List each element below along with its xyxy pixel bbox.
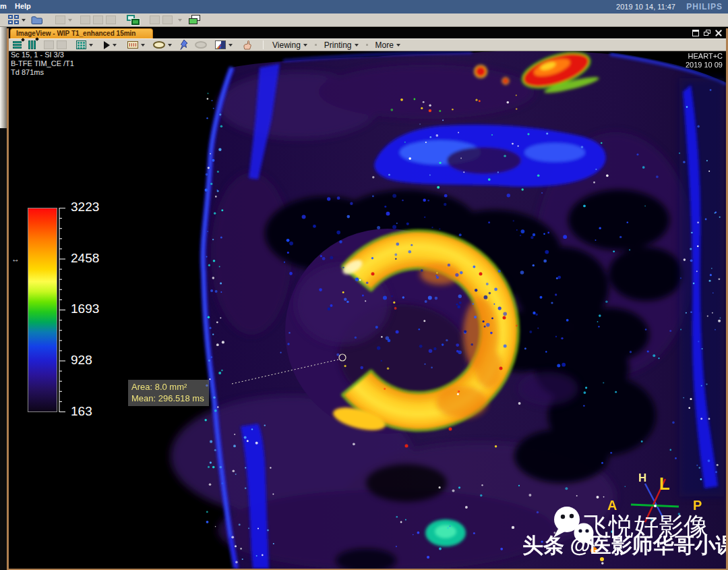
disabled-dropdown-icon [178, 19, 182, 22]
window-level-icon[interactable] [215, 40, 226, 49]
roi-mean-value: Mean: 296.518 ms [131, 393, 204, 404]
windowlevel-dropdown-icon[interactable] [229, 44, 233, 47]
disabled-layout-icon [44, 40, 54, 49]
cascade-icon[interactable] [704, 30, 710, 36]
app-toolbar [0, 13, 728, 27]
layout-dropdown-icon[interactable] [22, 19, 26, 22]
scan-info-top-left: Sc 15, 1 - SI 3/3 B-TFE TIM_CE /T1 Td 87… [11, 51, 74, 77]
colorbar-ruler [58, 208, 69, 413]
orientation-h: H [638, 472, 646, 484]
colorbar-label: 163 [71, 404, 125, 419]
oval-select-icon [195, 41, 207, 49]
menu-item-help[interactable]: Help [15, 2, 31, 10]
ellipse-roi-icon[interactable] [153, 41, 165, 49]
menu-viewing-label: Viewing [272, 40, 301, 50]
protocol-name: HEART+C [686, 52, 723, 61]
pan-hand-icon[interactable] [242, 40, 253, 51]
colorbar-label: 928 [71, 353, 125, 368]
resize-arrow-icon: ↔ [11, 254, 20, 264]
label-dropdown-icon[interactable] [141, 44, 145, 47]
close-icon[interactable] [715, 30, 722, 36]
layout-rows-icon[interactable] [13, 41, 22, 49]
dual-screens-icon[interactable] [127, 15, 140, 26]
disabled-tool-icon [93, 16, 103, 24]
left-panel-strip[interactable] [0, 27, 7, 128]
more-dropdown-icon [396, 44, 400, 47]
text-label-icon[interactable] [127, 41, 138, 49]
colorbar-label: 1693 [71, 302, 125, 316]
image-viewport[interactable]: Sc 15, 1 - SI 3/3 B-TFE TIM_CE /T1 Td 87… [9, 51, 726, 569]
ellipse-dropdown-icon[interactable] [168, 44, 172, 47]
scan-slice-info: Sc 15, 1 - SI 3/3 [11, 51, 74, 59]
viewing-dropdown-icon [303, 44, 307, 47]
open-folder-icon[interactable] [31, 16, 43, 25]
menu-printing-label: Printing [324, 40, 352, 50]
colorbar-label: 2458 [71, 251, 125, 266]
pushpin-icon[interactable] [179, 39, 189, 51]
menu-item-partial[interactable]: m [0, 2, 7, 10]
printing-dropdown-icon [355, 44, 359, 47]
window-controls [692, 30, 722, 36]
grid-dropdown-icon[interactable] [89, 44, 93, 47]
grid-layout-icon[interactable] [76, 40, 86, 49]
layout-columns-icon[interactable] [28, 40, 36, 49]
imageview-tab[interactable]: ImageView - WIP T1_enhanced 15min [10, 28, 153, 38]
cine-play-icon[interactable] [104, 41, 110, 49]
imageview-window: ImageView - WIP T1_enhanced 15min [7, 28, 728, 570]
layout-2x2-icon[interactable] [8, 15, 19, 25]
app-menu-bar: m Help 2019 10 14, 11:47 PHILIPS [0, 0, 728, 13]
menu-more[interactable]: More [373, 40, 402, 50]
window-toolbar: Viewing Printing More [9, 38, 726, 51]
disabled-tool-icon [150, 16, 160, 24]
colorbar-gradient [28, 208, 57, 412]
orientation-l: L [659, 474, 670, 494]
disabled-tool-icon [106, 16, 116, 24]
philips-workstation-screen: { "menu_bar": { "partial_menu": "m", "he… [0, 0, 728, 570]
scan-date: 2019 10 09 [686, 61, 723, 69]
menu-separator [366, 44, 368, 46]
disabled-tool-icon [55, 16, 65, 24]
maximize-icon[interactable] [692, 30, 699, 36]
colorbar: 3223 2458 1693 928 163 [28, 198, 129, 424]
scan-sequence-info: B-TFE TIM_CE /T1 [11, 59, 74, 68]
scan-td-info: Td 871ms [11, 68, 74, 77]
disabled-layout-icon [57, 40, 67, 49]
disabled-tool-icon [80, 16, 90, 24]
scan-info-top-right: HEART+C 2019 10 09 [686, 52, 723, 69]
menu-more-label: More [375, 40, 394, 50]
disabled-dropdown-icon [68, 19, 72, 22]
cine-dropdown-icon[interactable] [113, 44, 117, 47]
watermark-account-name: 头条 @医影师华哥小课 [522, 532, 726, 560]
menu-printing[interactable]: Printing [322, 40, 361, 50]
cascade-windows-icon[interactable] [189, 15, 202, 26]
system-datetime: 2019 10 14, 11:47 [616, 3, 675, 11]
colorbar-label: 3223 [71, 200, 125, 215]
window-tab-bar: ImageView - WIP T1_enhanced 15min [9, 28, 726, 38]
roi-area-value: Area: 8.0 mm² [131, 381, 204, 393]
menu-viewing[interactable]: Viewing [270, 40, 309, 50]
disabled-tool-icon [162, 16, 173, 24]
philips-logo: PHILIPS [686, 2, 723, 11]
roi-measurement-label[interactable]: Area: 8.0 mm² Mean: 296.518 ms [128, 380, 209, 406]
menu-separator [315, 44, 317, 46]
left-panel-strip-dark [0, 128, 7, 570]
